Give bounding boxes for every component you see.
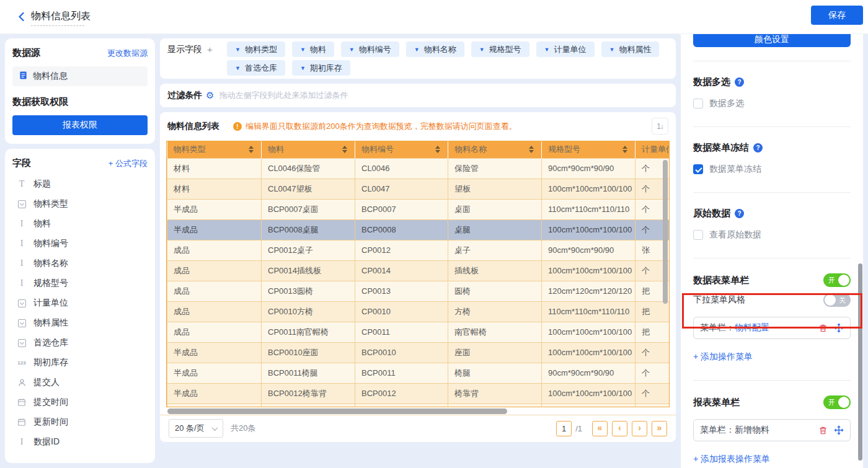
checkbox-unchecked[interactable] (693, 99, 703, 108)
col-header-material-type[interactable]: 物料类型 (167, 141, 262, 158)
toggle-on[interactable]: 开 (823, 395, 851, 409)
help-icon[interactable] (735, 77, 744, 87)
col-header-material-code[interactable]: 物料编号 (355, 141, 448, 158)
next-page-button[interactable]: › (632, 421, 647, 436)
field-item-submit-time[interactable]: 提交时间 (12, 392, 148, 412)
field-item-material-type[interactable]: 物料类型 (12, 194, 148, 214)
save-button[interactable]: 保存 (811, 6, 863, 25)
sort-order-icon[interactable] (652, 118, 668, 135)
back-icon[interactable] (16, 11, 29, 24)
settings-panel-scrollbar[interactable] (858, 263, 862, 461)
sort-arrows-icon (249, 146, 254, 153)
last-page-button[interactable]: » (652, 421, 667, 436)
help-icon[interactable] (753, 143, 763, 152)
warning-icon: ! (233, 122, 242, 131)
chevron-down-icon: ▼ (414, 46, 420, 53)
tag-material-name[interactable]: ▼物料名称 (406, 42, 464, 57)
table-row[interactable]: 半成品BCP0011椅腿BCP0011椅腿90cm*90cm*90/90个 (167, 363, 670, 383)
page-number-input[interactable]: 1 (556, 421, 572, 436)
change-datasource-link[interactable]: 更改数据源 (107, 48, 148, 59)
table-row[interactable]: 成品CP0011南官帽椅CP0011南官帽椅100cm*100cm*100/10… (167, 322, 670, 342)
delete-icon[interactable] (818, 324, 828, 333)
tag-warehouse[interactable]: ▼首选仓库 (227, 60, 285, 76)
select-icon (18, 319, 26, 327)
add-report-menu-link[interactable]: + 添加报表操作菜单 (693, 454, 851, 465)
field-list: 标题 物料类型 物料 物料编号 物料名称 规格型号 计量单位 物料属性 首选仓库… (12, 174, 148, 452)
field-item-initial-stock[interactable]: 期初库存 (12, 353, 148, 373)
col-header-material[interactable]: 物料 (262, 141, 355, 158)
table-row[interactable]: 半成品BCP0007桌面BCP0007桌面110cm*110cm*110/110… (167, 199, 670, 219)
report-menu-item[interactable]: 菜单栏： 新增物料 (693, 419, 851, 441)
divider (693, 380, 851, 381)
text-icon (16, 239, 27, 249)
field-item-submitter[interactable]: 提交人 (12, 373, 148, 392)
delete-icon[interactable] (818, 426, 828, 435)
tag-unit[interactable]: ▼计量单位 (536, 42, 595, 57)
table-row[interactable]: 半成品BCP0010座面BCP0010座面100cm*100cm*100/100… (167, 342, 670, 363)
table-row[interactable]: 成品CP0014插线板CP0014插线板100cm*100cm*100/100个 (167, 260, 670, 281)
chevron-down-icon: ▼ (235, 46, 241, 53)
tag-material[interactable]: ▼物料 (292, 42, 334, 57)
prev-page-button[interactable]: ‹ (612, 421, 627, 436)
field-item-title[interactable]: 标题 (12, 174, 148, 194)
tag-material-code[interactable]: ▼物料编号 (341, 42, 399, 57)
add-display-field-icon[interactable]: + (207, 44, 213, 55)
table-row[interactable]: 半成品BCP0012椅靠背BCP0012椅靠背100cm*100cm*100/1… (167, 383, 670, 404)
table-row[interactable]: 材料CL0047望板CL0047望板100cm*100cm*100/100个 (167, 179, 670, 199)
table-vertical-scrollbar[interactable] (663, 160, 668, 304)
chevron-down-icon: ▼ (349, 46, 355, 53)
page-size-select[interactable]: 20 条/页 (169, 419, 223, 438)
fields-title: 字段 (12, 157, 31, 169)
tag-material-attr[interactable]: ▼物料属性 (601, 42, 660, 57)
chevron-down-icon: ▼ (609, 46, 615, 53)
col-header-unit[interactable]: 计量单位 (636, 141, 670, 158)
report-permission-button[interactable]: 报表权限 (12, 115, 148, 135)
field-item-material-name[interactable]: 物料名称 (12, 254, 148, 273)
field-item-spec[interactable]: 规格型号 (12, 273, 148, 293)
field-item-material[interactable]: 物料 (12, 214, 148, 234)
select-icon (18, 339, 26, 347)
datasource-item-label: 物料信息 (33, 71, 68, 82)
formula-field-link[interactable]: + 公式字段 (108, 158, 148, 169)
col-header-spec[interactable]: 规格型号 (542, 141, 636, 158)
filter-label: 过滤条件 (167, 90, 202, 101)
toggle-on[interactable]: 开 (823, 273, 851, 287)
field-item-material-attr[interactable]: 物料属性 (12, 313, 148, 333)
field-item-update-time[interactable]: 更新时间 (12, 412, 148, 432)
topbar: 物料信息列表 保存 (0, 0, 868, 33)
title-icon (16, 179, 27, 189)
col-header-material-name[interactable]: 物料名称 (448, 141, 542, 158)
checkbox-unchecked[interactable] (693, 230, 703, 240)
raw-data-checkbox-row[interactable]: 查看原始数据 (693, 229, 851, 241)
gear-icon[interactable]: ⚙ (206, 90, 214, 101)
datasource-item[interactable]: 物料信息 (12, 66, 148, 86)
help-icon[interactable] (735, 209, 744, 218)
tag-initial-stock[interactable]: ▼期初库存 (292, 60, 350, 76)
freeze-checkbox-row[interactable]: 数据菜单冻结 (693, 164, 851, 175)
table-row[interactable]: 成品CP0013圆椅CP0013圆椅120cm*120cm*120/120把 (167, 281, 670, 301)
table-row[interactable]: 成品CP0012桌子CP0012桌子90cm*90cm*90/90张 (167, 240, 670, 260)
add-action-menu-link[interactable]: + 添加操作菜单 (693, 351, 851, 363)
table-row-selected[interactable]: 半成品BCP0008桌腿BCP0008桌腿100cm*100cm*100/100… (167, 219, 670, 240)
number-icon (16, 360, 27, 366)
first-page-button[interactable]: « (592, 421, 608, 436)
filter-drop-hint: 拖动左侧字段到此处来添加过滤条件 (219, 90, 348, 101)
tag-spec[interactable]: ▼规格型号 (471, 42, 529, 57)
tag-material-type[interactable]: ▼物料类型 (227, 42, 285, 57)
table-title: 物料信息列表 (167, 121, 219, 132)
field-item-warehouse[interactable]: 首选仓库 (12, 333, 148, 353)
field-item-unit[interactable]: 计量单位 (12, 293, 148, 313)
move-icon[interactable] (834, 425, 844, 435)
move-icon[interactable] (834, 323, 844, 333)
field-item-data-id[interactable]: 数据ID (12, 432, 148, 452)
multi-select-checkbox-row[interactable]: 数据多选 (693, 98, 851, 109)
divider (693, 258, 851, 258)
checkbox-checked[interactable] (693, 164, 703, 174)
table-row[interactable]: 材料CL0046保险管CL0046保险管90cm*90cm*90/90个 (167, 158, 670, 179)
toggle-off[interactable]: 关 (823, 293, 851, 307)
table-row[interactable]: 成品CP0010方椅CP0010方椅110cm*110cm*110/110把 (167, 301, 670, 322)
table-horizontal-scrollbar[interactable] (167, 408, 507, 414)
table-menu-item[interactable]: 菜单栏： 物料配置 (693, 317, 851, 339)
field-item-material-code[interactable]: 物料编号 (12, 234, 148, 254)
divider (693, 192, 851, 193)
